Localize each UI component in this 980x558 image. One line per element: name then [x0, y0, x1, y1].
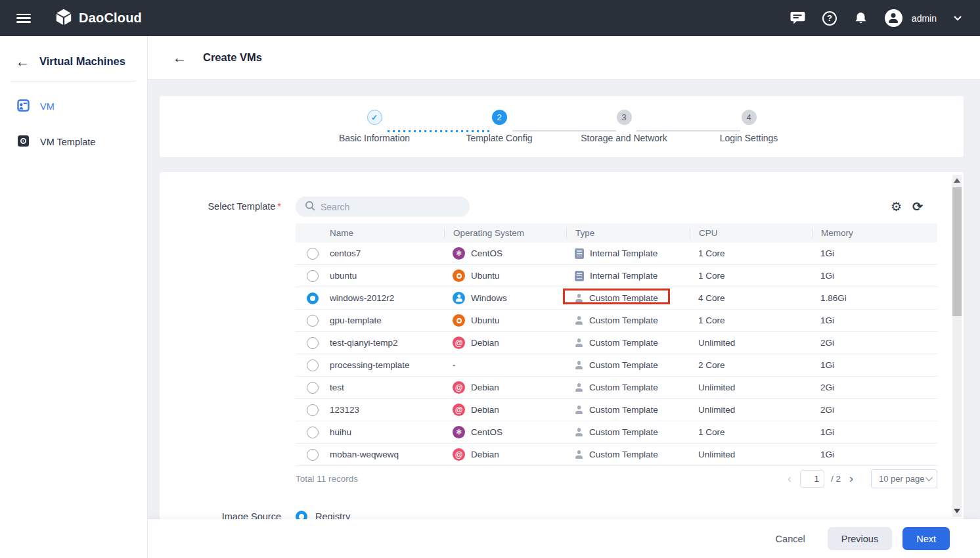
row-radio[interactable] — [307, 360, 319, 371]
previous-button[interactable]: Previous — [828, 527, 892, 550]
cell-type: Custom Template — [566, 421, 690, 443]
row-radio[interactable] — [307, 315, 319, 327]
cell-name: test-qianyi-temp2 — [330, 332, 444, 354]
step-template-config[interactable]: 2 Template Config — [437, 110, 562, 143]
step-login-settings[interactable]: 4 Login Settings — [686, 110, 811, 143]
cell-memory: 1Gi — [812, 265, 937, 287]
bell-icon[interactable] — [854, 11, 868, 25]
row-radio[interactable] — [307, 248, 319, 260]
cell-cpu: Unlimited — [690, 399, 812, 421]
cell-memory: 2Gi — [812, 377, 937, 398]
custom-template-person-icon — [575, 428, 583, 436]
next-button[interactable]: Next — [902, 527, 950, 550]
table-row[interactable]: windows-2012r2WindowsCustom Template4 Co… — [296, 287, 937, 310]
cell-os: Ubuntu — [444, 265, 566, 287]
scrollbar-up-arrow-icon[interactable] — [954, 178, 960, 183]
refresh-icon[interactable]: ⟳ — [912, 200, 923, 213]
column-header-memory: Memory — [812, 227, 937, 239]
sidebar-item-label: VM — [40, 101, 55, 112]
cell-name: centos7 — [330, 243, 444, 264]
table-row[interactable]: gpu-templateUbuntuCustom Template1 Core1… — [296, 310, 937, 332]
cell-memory: 1Gi — [812, 243, 937, 264]
cell-os: @Debian — [444, 377, 566, 398]
page-back-arrow-icon[interactable]: ← — [173, 51, 187, 64]
search-input[interactable] — [321, 202, 452, 212]
table-body: centos7✻CentOSInternal Template1 Core1Gi… — [296, 243, 937, 466]
cell-os: Ubuntu — [444, 310, 566, 331]
template-config-form: Select Template* ⚙ — [160, 172, 964, 558]
cell-name: test — [330, 377, 444, 398]
prev-page-arrow-icon[interactable]: ‹ — [786, 473, 793, 484]
scrollbar-down-arrow-icon[interactable] — [954, 509, 960, 513]
sidebar-item-vm-template[interactable]: VM Template — [0, 124, 147, 160]
row-radio[interactable] — [307, 449, 319, 461]
table-row[interactable]: huihu✻CentOSCustom Template1 Core1Gi — [296, 421, 937, 444]
sidebar: ← Virtual Machines VM — [0, 36, 148, 558]
vm-template-icon — [17, 135, 30, 149]
chat-icon[interactable] — [790, 11, 805, 25]
row-radio[interactable] — [307, 270, 319, 282]
cell-name: 123123 — [330, 399, 444, 421]
cell-cpu: 1 Core — [690, 265, 812, 287]
user-menu-chevron-down-icon[interactable] — [954, 16, 962, 21]
row-radio[interactable] — [307, 404, 319, 416]
cell-cpu: Unlimited — [690, 377, 812, 398]
cell-cpu: 1 Core — [690, 421, 812, 443]
select-template-label: Select Template* — [160, 197, 281, 491]
column-settings-gear-icon[interactable]: ⚙ — [891, 200, 902, 213]
custom-template-person-icon — [575, 338, 583, 347]
custom-template-person-icon — [575, 406, 583, 414]
table-row[interactable]: test@DebianCustom TemplateUnlimited2Gi — [296, 377, 937, 399]
cell-os: @Debian — [444, 332, 566, 354]
table-row[interactable]: moban-weqwewq@DebianCustom TemplateUnlim… — [296, 444, 937, 466]
sidebar-item-label: VM Template — [40, 137, 95, 147]
ubuntu-os-icon — [453, 269, 465, 282]
cell-type: Custom Template — [566, 332, 690, 354]
page-number-input[interactable] — [800, 470, 824, 488]
sidebar-back-arrow-icon[interactable]: ← — [16, 55, 30, 68]
table-footer: Total 11 records ‹ / 2 › 10 per page — [296, 466, 937, 491]
cell-type: Custom Template — [566, 310, 690, 331]
row-radio[interactable] — [307, 382, 319, 394]
cell-memory: 1Gi — [812, 444, 937, 465]
custom-template-person-icon — [575, 450, 583, 459]
cell-cpu: 1 Core — [690, 243, 812, 264]
cell-type: Custom Template — [566, 444, 690, 465]
table-row[interactable]: processing-template-Custom Template2 Cor… — [296, 354, 937, 377]
page-size-select[interactable]: 10 per page — [871, 469, 937, 488]
brand-name: DaoCloud — [79, 11, 142, 26]
cell-type: Custom Template — [566, 377, 690, 398]
table-row[interactable]: 123123@DebianCustom TemplateUnlimited2Gi — [296, 399, 937, 421]
table-row[interactable]: test-qianyi-temp2@DebianCustom TemplateU… — [296, 332, 937, 354]
row-radio[interactable] — [307, 292, 319, 304]
cell-memory: 2Gi — [812, 399, 937, 421]
cell-name: processing-template — [330, 354, 444, 376]
cell-cpu: 1 Core — [690, 310, 812, 331]
cell-os: @Debian — [444, 444, 566, 465]
help-icon[interactable]: ? — [822, 11, 837, 26]
custom-template-person-icon — [575, 316, 583, 325]
step-storage-and-network[interactable]: 3 Storage and Network — [562, 110, 686, 143]
table-header-row: Name Operating System Type CPU Memory — [296, 223, 937, 243]
menu-icon[interactable] — [16, 14, 31, 23]
debian-os-icon: @ — [453, 337, 465, 349]
debian-os-icon: @ — [453, 381, 465, 394]
column-header-name: Name — [330, 228, 444, 238]
step-basic-information[interactable]: ✓ Basic Information — [312, 110, 437, 143]
cell-memory: 1Gi — [812, 421, 937, 443]
avatar[interactable] — [885, 9, 902, 27]
row-radio[interactable] — [307, 427, 319, 438]
table-row[interactable]: ubuntuUbuntuInternal Template1 Core1Gi — [296, 265, 937, 287]
cell-type: Internal Template — [566, 265, 690, 287]
footer-action-bar: Cancel Previous Next — [148, 519, 980, 558]
row-radio[interactable] — [307, 337, 319, 349]
table-row[interactable]: centos7✻CentOSInternal Template1 Core1Gi — [296, 243, 937, 265]
next-page-arrow-icon[interactable]: › — [847, 473, 855, 484]
daocloud-cube-icon — [55, 8, 73, 29]
cell-type: Custom Template — [566, 287, 690, 309]
scrollbar-thumb[interactable] — [952, 187, 962, 316]
stepper: ✓ Basic Information 2 Template Config 3 … — [160, 96, 964, 157]
sidebar-item-vm[interactable]: VM — [0, 89, 147, 124]
internal-template-icon — [575, 248, 584, 259]
cancel-button[interactable]: Cancel — [764, 527, 817, 550]
